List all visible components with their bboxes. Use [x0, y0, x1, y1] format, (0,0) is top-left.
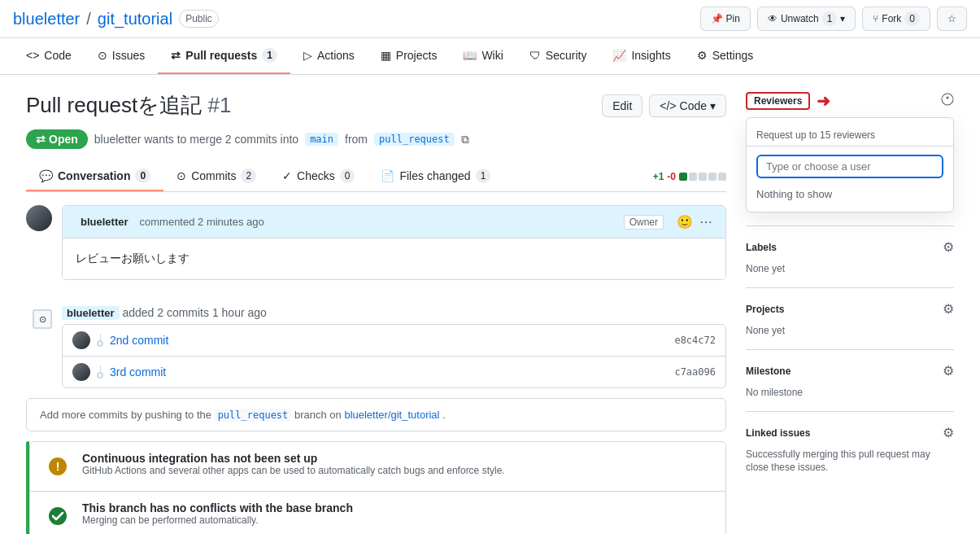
owner-badge: Owner — [624, 215, 664, 230]
actions-icon: ▷ — [303, 49, 312, 62]
check-success-title: This branch has no conflicts with the ba… — [82, 501, 353, 514]
reviewers-label[interactable]: Reviewers — [746, 92, 810, 110]
pr-tab-conversation[interactable]: 💬 Conversation 0 — [26, 162, 163, 191]
pr-count-badge: 1 — [262, 48, 277, 63]
checks-icon: ✓ — [282, 169, 292, 182]
commit-dot-2 — [97, 372, 103, 379]
tab-security[interactable]: 🛡 Security — [516, 38, 600, 74]
tab-issues[interactable]: ⊙ Issues — [85, 38, 158, 74]
labels-value: None yet — [746, 263, 785, 274]
info-banner: Add more commits by pushing to the pull_… — [26, 398, 726, 431]
wiki-icon: 📖 — [463, 49, 477, 62]
branch-link[interactable]: pull_request — [215, 409, 292, 422]
gear-svg — [941, 93, 954, 106]
base-branch[interactable]: main — [305, 133, 338, 146]
fork-button[interactable]: ⑂ Fork 0 — [862, 7, 930, 31]
copy-icon[interactable]: ⧉ — [461, 133, 469, 147]
reviewers-gear-icon[interactable] — [941, 93, 954, 109]
tab-nav: <> Code ⊙ Issues ⇄ Pull requests 1 ▷ Act… — [0, 38, 980, 75]
diff-stat: +1 -0 — [653, 162, 726, 191]
reviewers-search-area — [747, 150, 953, 183]
files-count: 1 — [476, 169, 491, 183]
comment-text: レビューお願いします — [76, 252, 712, 266]
milestone-title: Milestone — [746, 365, 791, 377]
user-repo-link[interactable]: blueletter/git_tutorial — [344, 409, 439, 421]
ci-icon-wrapper: ! — [43, 452, 72, 481]
checks-container: ! Continuous integration has not been se… — [29, 441, 726, 534]
chevron-down-icon: ▾ — [840, 13, 845, 24]
commit-timeline-icon: ⊙ — [33, 309, 52, 329]
reviewers-section: Reviewers ➜ Request up to 15 reviewers N… — [746, 91, 954, 226]
conversation-icon: 💬 — [39, 169, 53, 182]
linked-issues-section: Linked issues ⚙ Successfully merging thi… — [746, 425, 954, 486]
pr-description: blueletter wants to merge 2 commits into — [94, 133, 298, 146]
checks-count: 0 — [340, 169, 355, 183]
projects-icon: ▦ — [381, 49, 391, 62]
ci-warning-icon: ! — [48, 457, 68, 476]
projects-gear-icon[interactable]: ⚙ — [943, 301, 954, 317]
commits-icon: ⊙ — [176, 169, 186, 182]
pin-button[interactable]: 📌 Pin — [700, 7, 751, 31]
tab-wiki[interactable]: 📖 Wiki — [450, 38, 516, 74]
comment-author[interactable]: blueletter — [76, 215, 133, 229]
pr-tab-checks[interactable]: ✓ Checks 0 — [269, 162, 368, 191]
right-panel: Reviewers ➜ Request up to 15 reviewers N… — [746, 91, 954, 534]
pr-number: #1 — [208, 93, 232, 117]
pr-tabs: 💬 Conversation 0 ⊙ Commits 2 ✓ Checks 0 … — [26, 162, 726, 192]
pr-tab-files-changed[interactable]: 📄 Files changed 1 — [368, 162, 503, 191]
unwatch-button[interactable]: 👁 Unwatch 1 ▾ — [757, 7, 856, 31]
timeline-author[interactable]: blueletter — [62, 306, 120, 320]
milestone-gear-icon[interactable]: ⚙ — [943, 363, 954, 379]
info-text-2: branch on — [294, 409, 342, 421]
edit-button[interactable]: Edit — [602, 94, 642, 117]
more-options-button[interactable]: ⋯ — [699, 214, 712, 230]
commit-name-2[interactable]: 3rd commit — [110, 365, 166, 379]
red-arrow-icon: ➜ — [817, 91, 830, 111]
projects-title: Projects — [746, 304, 784, 315]
head-branch[interactable]: pull_request — [374, 133, 455, 146]
commit-branch-line-2 — [97, 365, 103, 379]
commit-hash-1[interactable]: e8c4c72 — [674, 335, 716, 346]
insights-icon: 📈 — [612, 49, 626, 62]
repo-name[interactable]: git_tutorial — [98, 10, 172, 28]
check-ci-title: Continuous integration has not been set … — [82, 452, 505, 465]
emoji-button[interactable]: 🙂 — [677, 214, 693, 230]
tab-insights[interactable]: 📈 Insights — [599, 38, 683, 74]
commit-name-1[interactable]: 2nd commit — [110, 334, 168, 347]
projects-value: None yet — [746, 325, 785, 336]
comment-row: blueletter commented 2 minutes ago Owner… — [26, 205, 726, 293]
repo-owner[interactable]: blueletter — [13, 10, 80, 28]
tab-pull-requests[interactable]: ⇄ Pull requests 1 — [158, 38, 290, 74]
labels-section: Labels ⚙ None yet — [746, 239, 954, 288]
labels-header: Labels ⚙ — [746, 239, 954, 255]
header-actions: 📌 Pin 👁 Unwatch 1 ▾ ⑂ Fork 0 ☆ — [700, 7, 967, 31]
visibility-badge: Public — [179, 10, 219, 28]
open-badge: ⇄ Open — [26, 129, 88, 149]
files-icon: 📄 — [381, 169, 394, 182]
reviewers-search-input[interactable] — [756, 155, 943, 178]
tab-settings[interactable]: ⚙ Settings — [684, 38, 767, 74]
tab-projects[interactable]: ▦ Projects — [368, 38, 451, 74]
check-success-text: This branch has no conflicts with the ba… — [82, 501, 353, 526]
commit-left-col — [97, 334, 103, 347]
diff-del: -0 — [667, 171, 676, 182]
labels-gear-icon[interactable]: ⚙ — [943, 239, 954, 255]
commit-hash-2[interactable]: c7aa096 — [674, 366, 716, 378]
projects-section: Projects ⚙ None yet — [746, 301, 954, 350]
success-check-icon — [48, 506, 68, 526]
linked-issues-value: Successfully merging this pull request m… — [746, 449, 930, 473]
commit-list: 2nd commit e8c4c72 3rd commit c7aa096 — [62, 324, 726, 388]
tab-actions[interactable]: ▷ Actions — [290, 38, 368, 74]
check-success-sub: Merging can be performed automatically. — [82, 514, 353, 526]
tab-code[interactable]: <> Code — [13, 38, 85, 74]
fork-icon: ⑂ — [873, 13, 878, 24]
comment-header: blueletter commented 2 minutes ago Owner… — [63, 206, 725, 239]
commit-dot-1 — [97, 340, 103, 347]
timeline-body: blueletter added 2 commits 1 hour ago — [62, 306, 726, 388]
svg-text:!: ! — [56, 460, 60, 473]
star-button[interactable]: ☆ — [937, 7, 967, 31]
linked-issues-gear-icon[interactable]: ⚙ — [943, 425, 954, 440]
code-dropdown-button[interactable]: </> Code ▾ — [649, 94, 726, 117]
pr-tab-commits[interactable]: ⊙ Commits 2 — [163, 162, 269, 191]
settings-icon: ⚙ — [697, 49, 708, 62]
